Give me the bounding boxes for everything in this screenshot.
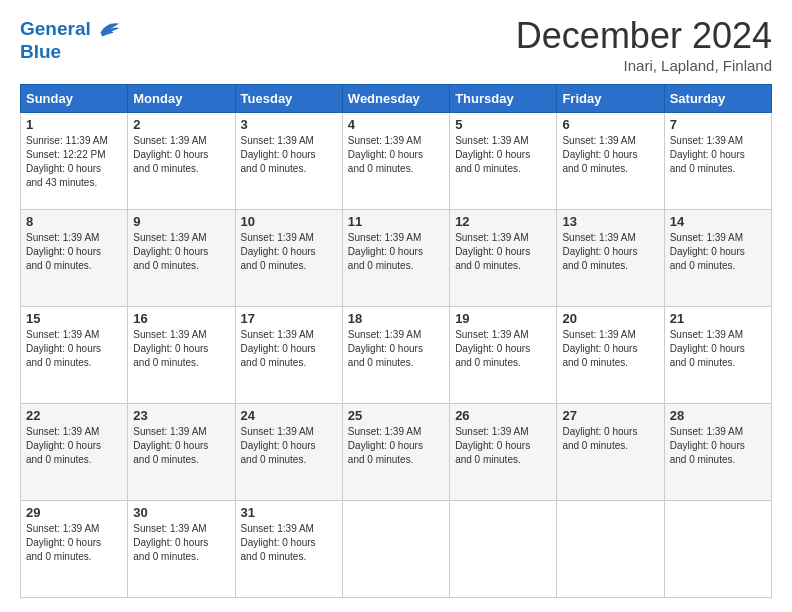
cell-text: Sunset: 1:39 AMDaylight: 0 hoursand 0 mi… (348, 231, 444, 273)
calendar-cell: 6Sunset: 1:39 AMDaylight: 0 hoursand 0 m… (557, 113, 664, 210)
cell-text: Sunset: 1:39 AMDaylight: 0 hoursand 0 mi… (562, 231, 658, 273)
calendar-cell: 31Sunset: 1:39 AMDaylight: 0 hoursand 0 … (235, 501, 342, 598)
calendar-cell: 8Sunset: 1:39 AMDaylight: 0 hoursand 0 m… (21, 210, 128, 307)
cell-text: Sunset: 1:39 AMDaylight: 0 hoursand 0 mi… (670, 425, 766, 467)
day-number: 13 (562, 214, 658, 229)
calendar-cell (342, 501, 449, 598)
cell-text: Sunset: 1:39 AMDaylight: 0 hoursand 0 mi… (241, 522, 337, 564)
day-number: 14 (670, 214, 766, 229)
day-number: 1 (26, 117, 122, 132)
day-number: 25 (348, 408, 444, 423)
cell-text: Sunset: 1:39 AMDaylight: 0 hoursand 0 mi… (241, 328, 337, 370)
cell-text: Daylight: 0 hoursand 0 minutes. (562, 425, 658, 453)
calendar-cell: 11Sunset: 1:39 AMDaylight: 0 hoursand 0 … (342, 210, 449, 307)
calendar-table: SundayMondayTuesdayWednesdayThursdayFrid… (20, 84, 772, 598)
day-number: 2 (133, 117, 229, 132)
cell-text: Sunset: 1:39 AMDaylight: 0 hoursand 0 mi… (26, 328, 122, 370)
calendar-cell: 27Daylight: 0 hoursand 0 minutes. (557, 404, 664, 501)
cell-text: Sunrise: 11:39 AMSunset: 12:22 PMDayligh… (26, 134, 122, 190)
calendar-cell: 18Sunset: 1:39 AMDaylight: 0 hoursand 0 … (342, 307, 449, 404)
calendar-cell: 15Sunset: 1:39 AMDaylight: 0 hoursand 0 … (21, 307, 128, 404)
day-of-week-tuesday: Tuesday (235, 85, 342, 113)
calendar-cell (664, 501, 771, 598)
cell-text: Sunset: 1:39 AMDaylight: 0 hoursand 0 mi… (348, 425, 444, 467)
cell-text: Sunset: 1:39 AMDaylight: 0 hoursand 0 mi… (562, 328, 658, 370)
cell-text: Sunset: 1:39 AMDaylight: 0 hoursand 0 mi… (241, 134, 337, 176)
calendar-cell: 2Sunset: 1:39 AMDaylight: 0 hoursand 0 m… (128, 113, 235, 210)
cell-text: Sunset: 1:39 AMDaylight: 0 hoursand 0 mi… (133, 134, 229, 176)
day-number: 16 (133, 311, 229, 326)
calendar-title: December 2024 (516, 18, 772, 54)
calendar-week-row: 15Sunset: 1:39 AMDaylight: 0 hoursand 0 … (21, 307, 772, 404)
calendar-cell: 1Sunrise: 11:39 AMSunset: 12:22 PMDaylig… (21, 113, 128, 210)
day-number: 11 (348, 214, 444, 229)
cell-text: Sunset: 1:39 AMDaylight: 0 hoursand 0 mi… (455, 231, 551, 273)
day-number: 5 (455, 117, 551, 132)
calendar-cell: 30Sunset: 1:39 AMDaylight: 0 hoursand 0 … (128, 501, 235, 598)
day-number: 18 (348, 311, 444, 326)
cell-text: Sunset: 1:39 AMDaylight: 0 hoursand 0 mi… (133, 522, 229, 564)
calendar-cell: 13Sunset: 1:39 AMDaylight: 0 hoursand 0 … (557, 210, 664, 307)
cell-text: Sunset: 1:39 AMDaylight: 0 hoursand 0 mi… (241, 425, 337, 467)
cell-text: Sunset: 1:39 AMDaylight: 0 hoursand 0 mi… (133, 328, 229, 370)
calendar-week-row: 8Sunset: 1:39 AMDaylight: 0 hoursand 0 m… (21, 210, 772, 307)
calendar-cell: 19Sunset: 1:39 AMDaylight: 0 hoursand 0 … (450, 307, 557, 404)
day-number: 30 (133, 505, 229, 520)
logo-blue: Blue (20, 41, 121, 63)
calendar-cell: 28Sunset: 1:39 AMDaylight: 0 hoursand 0 … (664, 404, 771, 501)
calendar-subtitle: Inari, Lapland, Finland (516, 57, 772, 74)
day-number: 3 (241, 117, 337, 132)
cell-text: Sunset: 1:39 AMDaylight: 0 hoursand 0 mi… (26, 425, 122, 467)
day-of-week-thursday: Thursday (450, 85, 557, 113)
day-number: 23 (133, 408, 229, 423)
day-number: 28 (670, 408, 766, 423)
calendar-cell: 29Sunset: 1:39 AMDaylight: 0 hoursand 0 … (21, 501, 128, 598)
day-number: 29 (26, 505, 122, 520)
calendar-cell: 9Sunset: 1:39 AMDaylight: 0 hoursand 0 m… (128, 210, 235, 307)
day-of-week-sunday: Sunday (21, 85, 128, 113)
calendar-cell: 4Sunset: 1:39 AMDaylight: 0 hoursand 0 m… (342, 113, 449, 210)
title-block: December 2024 Inari, Lapland, Finland (516, 18, 772, 74)
cell-text: Sunset: 1:39 AMDaylight: 0 hoursand 0 mi… (241, 231, 337, 273)
logo-bird-icon (93, 19, 121, 41)
page: General Blue December 2024 Inari, Laplan… (0, 0, 792, 612)
calendar-cell: 12Sunset: 1:39 AMDaylight: 0 hoursand 0 … (450, 210, 557, 307)
day-number: 17 (241, 311, 337, 326)
calendar-cell: 25Sunset: 1:39 AMDaylight: 0 hoursand 0 … (342, 404, 449, 501)
calendar-header-row: SundayMondayTuesdayWednesdayThursdayFrid… (21, 85, 772, 113)
calendar-cell: 21Sunset: 1:39 AMDaylight: 0 hoursand 0 … (664, 307, 771, 404)
day-number: 20 (562, 311, 658, 326)
logo: General Blue (20, 18, 121, 63)
cell-text: Sunset: 1:39 AMDaylight: 0 hoursand 0 mi… (26, 231, 122, 273)
cell-text: Sunset: 1:39 AMDaylight: 0 hoursand 0 mi… (670, 231, 766, 273)
cell-text: Sunset: 1:39 AMDaylight: 0 hoursand 0 mi… (348, 328, 444, 370)
calendar-cell: 20Sunset: 1:39 AMDaylight: 0 hoursand 0 … (557, 307, 664, 404)
calendar-cell: 24Sunset: 1:39 AMDaylight: 0 hoursand 0 … (235, 404, 342, 501)
cell-text: Sunset: 1:39 AMDaylight: 0 hoursand 0 mi… (455, 425, 551, 467)
cell-text: Sunset: 1:39 AMDaylight: 0 hoursand 0 mi… (348, 134, 444, 176)
calendar-cell: 23Sunset: 1:39 AMDaylight: 0 hoursand 0 … (128, 404, 235, 501)
calendar-cell (450, 501, 557, 598)
cell-text: Sunset: 1:39 AMDaylight: 0 hoursand 0 mi… (455, 134, 551, 176)
calendar-cell (557, 501, 664, 598)
day-number: 31 (241, 505, 337, 520)
calendar-week-row: 1Sunrise: 11:39 AMSunset: 12:22 PMDaylig… (21, 113, 772, 210)
logo-general: General (20, 18, 91, 39)
day-number: 24 (241, 408, 337, 423)
day-number: 4 (348, 117, 444, 132)
calendar-cell: 3Sunset: 1:39 AMDaylight: 0 hoursand 0 m… (235, 113, 342, 210)
day-number: 8 (26, 214, 122, 229)
calendar-cell: 17Sunset: 1:39 AMDaylight: 0 hoursand 0 … (235, 307, 342, 404)
day-number: 10 (241, 214, 337, 229)
calendar-cell: 16Sunset: 1:39 AMDaylight: 0 hoursand 0 … (128, 307, 235, 404)
day-number: 6 (562, 117, 658, 132)
header: General Blue December 2024 Inari, Laplan… (20, 18, 772, 74)
day-of-week-monday: Monday (128, 85, 235, 113)
day-number: 26 (455, 408, 551, 423)
calendar-cell: 7Sunset: 1:39 AMDaylight: 0 hoursand 0 m… (664, 113, 771, 210)
day-number: 22 (26, 408, 122, 423)
cell-text: Sunset: 1:39 AMDaylight: 0 hoursand 0 mi… (455, 328, 551, 370)
day-number: 27 (562, 408, 658, 423)
day-of-week-saturday: Saturday (664, 85, 771, 113)
day-of-week-friday: Friday (557, 85, 664, 113)
